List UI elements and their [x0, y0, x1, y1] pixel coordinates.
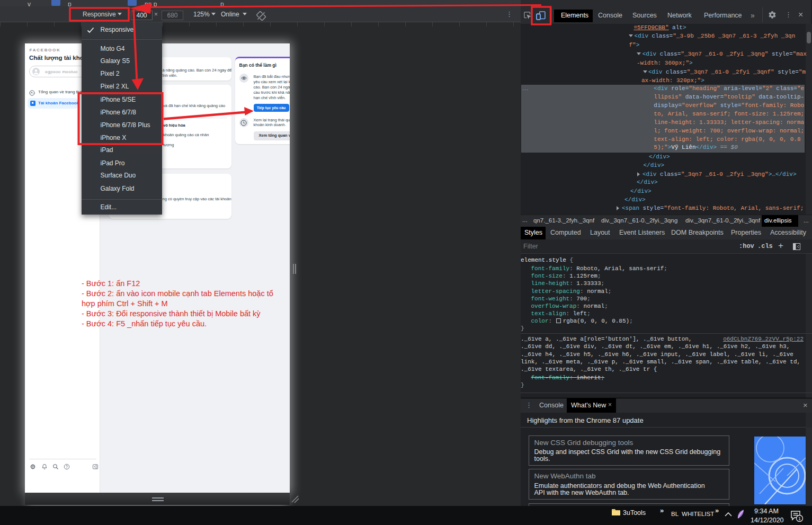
- svg-text:1: 1: [798, 516, 801, 521]
